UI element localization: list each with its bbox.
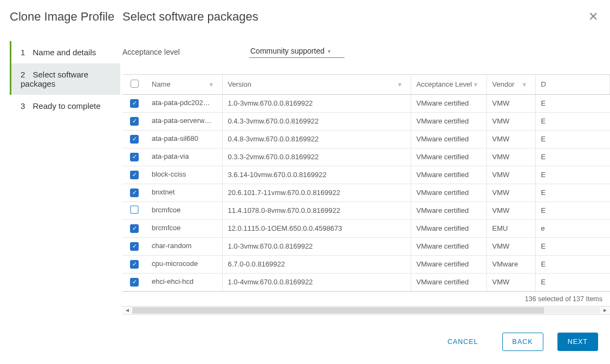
cell-name: ata-pata-serverw…	[152, 116, 212, 125]
cell-name: ata-pata-via	[152, 152, 189, 160]
cell-version: 12.0.1115.0-1OEM.650.0.0.4598673	[222, 219, 411, 237]
cell-vendor: VMW	[486, 148, 535, 166]
header-select-all[interactable]	[122, 75, 146, 94]
table-header-row: Name▼ Version▼ Acceptance Level▼ Vendor▼…	[122, 75, 610, 94]
table-status: 136 selected of 137 Items	[122, 291, 610, 306]
scroll-left-icon[interactable]: ◄	[122, 307, 132, 313]
cell-acceptance: VMware certified	[411, 273, 486, 291]
cell-version: 1.0-3vmw.670.0.0.8169922	[222, 237, 411, 255]
wizard-step-name-details[interactable]: 1 Name and details	[10, 41, 120, 63]
header-version[interactable]: Version▼	[222, 75, 411, 94]
row-checkbox[interactable]: ✓	[130, 99, 139, 108]
scroll-thumb[interactable]	[132, 307, 544, 314]
cell-last: E	[535, 184, 610, 202]
filter-icon[interactable]: ▼	[209, 81, 215, 88]
cell-name: brcmfcoe	[152, 224, 180, 232]
step-label: Ready to complete	[33, 101, 101, 110]
cell-version: 0.3.3-2vmw.670.0.0.8169922	[222, 148, 411, 166]
row-checkbox[interactable]: ✓	[130, 153, 139, 161]
cell-vendor: VMW	[486, 166, 535, 184]
cell-version: 20.6.101.7-11vmw.670.0.0.8169922	[222, 184, 411, 202]
row-checkbox[interactable]: ✓	[130, 135, 139, 144]
cell-vendor: VMW	[486, 237, 535, 255]
checkbox-icon	[131, 80, 139, 88]
next-button[interactable]: NEXT	[557, 333, 598, 351]
cell-acceptance: VMware certified	[411, 148, 486, 166]
step-label: Select software packages	[21, 70, 88, 88]
row-checkbox[interactable]: ✓	[130, 260, 139, 269]
header-acceptance[interactable]: Acceptance Level▼	[411, 75, 486, 94]
row-checkbox[interactable]: ✓	[130, 224, 139, 233]
cell-acceptance: VMware certified	[411, 237, 486, 255]
cell-version: 6.7.0-0.0.8169922	[222, 255, 411, 273]
table-row: ✓ata-pata-sil6800.4.8-3vmw.670.0.0.81699…	[122, 130, 610, 148]
row-checkbox[interactable]: ✓	[130, 242, 139, 251]
step-label: Name and details	[33, 48, 96, 57]
cell-version: 11.4.1078.0-8vmw.670.0.0.8169922	[222, 202, 411, 219]
table-row: ✓block-cciss3.6.14-10vmw.670.0.0.8169922…	[122, 166, 610, 184]
cancel-button[interactable]: CANCEL	[438, 333, 488, 350]
cell-name: bnxtnet	[152, 188, 175, 196]
cell-vendor: VMW	[486, 273, 535, 291]
cell-vendor: VMW	[486, 112, 535, 130]
cell-vendor: VMW	[486, 202, 535, 219]
row-checkbox[interactable]: ✓	[130, 117, 139, 126]
cell-name: ata-pata-pdc202…	[152, 99, 210, 107]
chevron-down-icon: ▾	[328, 48, 330, 54]
cell-last: E	[535, 166, 610, 184]
cell-acceptance: VMware certified	[411, 219, 486, 237]
table-row: ✓ata-pata-pdc202…1.0-3vmw.670.0.0.816992…	[122, 94, 610, 112]
table-row: ✓cpu-microcode6.7.0-0.0.8169922VMware ce…	[122, 255, 610, 273]
cell-last: E	[535, 112, 610, 130]
dialog: Clone Image Profile 1 Name and details 2…	[0, 0, 610, 364]
filter-icon[interactable]: ▼	[473, 81, 479, 88]
cell-last: E	[535, 273, 610, 291]
cell-acceptance: VMware certified	[411, 166, 486, 184]
row-checkbox[interactable]	[130, 205, 139, 214]
cell-version: 3.6.14-10vmw.670.0.0.8169922	[222, 166, 411, 184]
cell-acceptance: VMware certified	[411, 255, 486, 273]
table-row: brcmfcoe11.4.1078.0-8vmw.670.0.0.8169922…	[122, 202, 610, 219]
scroll-right-icon[interactable]: ►	[600, 307, 610, 313]
wizard-step-ready[interactable]: 3 Ready to complete	[10, 95, 120, 117]
header-last[interactable]: D	[535, 75, 610, 94]
acceptance-level-select[interactable]: Community supported ▾	[249, 46, 345, 58]
wizard-sidebar: Clone Image Profile 1 Name and details 2…	[0, 0, 120, 364]
row-checkbox[interactable]: ✓	[130, 278, 139, 287]
table-row: ✓ata-pata-via0.3.3-2vmw.670.0.0.8169922V…	[122, 148, 610, 166]
acceptance-filter-row: Acceptance level Community supported ▾	[120, 46, 610, 74]
cell-acceptance: VMware certified	[411, 112, 486, 130]
cell-version: 1.0-3vmw.670.0.0.8169922	[222, 94, 411, 112]
packages-table: Name▼ Version▼ Acceptance Level▼ Vendor▼…	[122, 75, 610, 291]
cell-acceptance: VMware certified	[411, 202, 486, 219]
step-number: 1	[21, 48, 25, 57]
wizard-title: Clone Image Profile	[10, 10, 120, 24]
filter-icon[interactable]: ▼	[522, 81, 528, 88]
cell-version: 1.0-4vmw.670.0.0.8169922	[222, 273, 411, 291]
header-vendor[interactable]: Vendor▼	[486, 75, 535, 94]
row-checkbox[interactable]: ✓	[130, 188, 139, 197]
cell-name: brcmfcoe	[152, 206, 180, 214]
cell-last: E	[535, 202, 610, 219]
wizard-step-select-packages[interactable]: 2 Select software packages	[10, 63, 120, 95]
scroll-track[interactable]	[132, 307, 600, 314]
back-button[interactable]: BACK	[502, 333, 543, 351]
filter-icon[interactable]: ▼	[397, 81, 403, 88]
cell-acceptance: VMware certified	[411, 184, 486, 202]
header-name[interactable]: Name▼	[146, 75, 222, 94]
cell-vendor: VMW	[486, 94, 535, 112]
cell-name: char-random	[152, 242, 192, 250]
cell-vendor: EMU	[486, 219, 535, 237]
close-icon[interactable]: ✕	[588, 10, 598, 24]
cell-last: E	[535, 255, 610, 273]
cell-name: cpu-microcode	[152, 259, 198, 268]
cell-name: ehci-ehci-hcd	[152, 277, 193, 285]
cell-acceptance: VMware certified	[411, 94, 486, 112]
horizontal-scrollbar[interactable]: ◄ ►	[122, 306, 610, 315]
main-panel: ✕ Select software packages Acceptance le…	[120, 0, 610, 364]
acceptance-level-label: Acceptance level	[122, 48, 249, 56]
table-row: ✓ehci-ehci-hcd1.0-4vmw.670.0.0.8169922VM…	[122, 273, 610, 291]
packages-tbody: ✓ata-pata-pdc202…1.0-3vmw.670.0.0.816992…	[122, 94, 610, 291]
table-row: ✓bnxtnet20.6.101.7-11vmw.670.0.0.8169922…	[122, 184, 610, 202]
row-checkbox[interactable]: ✓	[130, 171, 139, 179]
